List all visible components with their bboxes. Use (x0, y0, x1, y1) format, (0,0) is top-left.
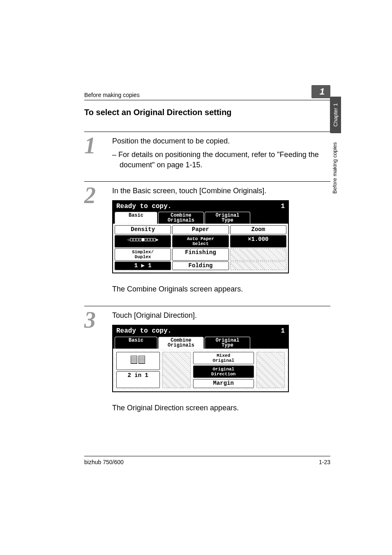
step-text: Touch [Original Direction]. (112, 310, 330, 321)
lcd-status: Ready to copy. (116, 202, 171, 211)
page-icon (131, 356, 137, 364)
lcd-density-bar[interactable]: ◁▶ (115, 235, 171, 247)
lcd-screen-combine: Ready to copy. 1 Basic Combine Originals… (112, 325, 289, 392)
side-tab-section: Before making copies (330, 136, 339, 200)
lcd-zoom-value[interactable]: ×1.000 (230, 235, 286, 247)
lcd-empty-area (256, 352, 285, 388)
step-number: 1 (84, 135, 105, 171)
step-1: 1 Position the document to be copied. – … (84, 132, 330, 171)
lcd-count: 1 (281, 202, 285, 211)
page-icon (138, 356, 145, 364)
lcd-empty-cell (230, 261, 286, 270)
lcd-density-label[interactable]: Density (115, 225, 171, 234)
lcd-tab-basic[interactable]: Basic (115, 337, 157, 349)
footer-model: bizhub 750/600 (84, 459, 124, 465)
lcd-finishing-button[interactable]: Finishing (172, 248, 228, 261)
step-3: 3 Touch [Original Direction]. Ready to c… (84, 306, 330, 396)
running-header-text: Before making copies (84, 92, 140, 98)
step-text: In the Basic screen, touch [Combine Orig… (112, 186, 330, 196)
lcd-tab-original-type[interactable]: Original Type (205, 337, 250, 349)
side-tab-chapter: Chapter 1 (330, 97, 341, 133)
section-heading: To select an Original Direction setting (84, 108, 330, 117)
step-number: 2 (84, 185, 105, 278)
lcd-simplex-label[interactable]: Simplex/ Duplex (115, 248, 171, 261)
lcd-simplex-value[interactable]: 1 ▶ 1 (115, 261, 171, 270)
lcd-2in1-preview[interactable] (116, 352, 160, 370)
lcd-zoom-label[interactable]: Zoom (230, 225, 286, 234)
step-followup: The Original Direction screen appears. (112, 404, 330, 412)
lcd-paper-label[interactable]: Paper (172, 225, 228, 234)
step-followup: The Combine Originals screen appears. (112, 285, 330, 294)
footer-page: 1-23 (319, 459, 330, 465)
lcd-paper-mode[interactable]: Auto Paper Select (172, 235, 228, 247)
arrow-right-icon: ▶ (141, 262, 144, 269)
lcd-tab-combine[interactable]: Combine Originals (158, 212, 204, 224)
lcd-empty-cell (230, 248, 286, 261)
step-text: Position the document to be copied. (112, 136, 330, 146)
chapter-flag: 1 (311, 85, 330, 98)
lcd-tab-combine[interactable]: Combine Originals (158, 337, 204, 349)
lcd-count: 1 (281, 326, 285, 335)
lcd-margin-button[interactable]: Margin (193, 379, 254, 388)
step-2: 2 In the Basic screen, touch [Combine Or… (84, 181, 330, 278)
lcd-mixed-original-button[interactable]: Mixed Original (193, 352, 254, 364)
lcd-empty-area (162, 352, 191, 388)
lcd-folding-button[interactable]: Folding (172, 261, 228, 270)
lcd-tab-basic[interactable]: Basic (115, 212, 157, 224)
step-subitem: – For details on positioning the documen… (120, 150, 330, 170)
lcd-screen-basic: Ready to copy. 1 Basic Combine Originals… (112, 200, 289, 274)
lcd-2in1-button[interactable]: 2 in 1 (116, 371, 160, 388)
lcd-original-direction-button[interactable]: Original Direction (193, 365, 254, 378)
lcd-tab-original-type[interactable]: Original Type (205, 212, 250, 224)
lcd-status: Ready to copy. (116, 326, 171, 335)
step-number: 3 (84, 310, 105, 396)
